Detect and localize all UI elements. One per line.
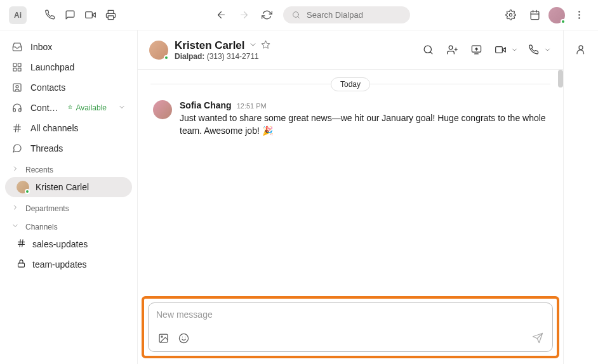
svg-rect-4 (531, 11, 539, 20)
video-call-icon[interactable] (491, 41, 510, 60)
video-icon[interactable] (80, 5, 100, 25)
channel-name: team-updates (32, 259, 87, 270)
departments-header[interactable]: Departments (5, 197, 132, 216)
chevron-down-icon (11, 222, 20, 231)
sidebar-item-inbox[interactable]: Inbox (5, 37, 132, 57)
sidebar-item-status[interactable]: Cont… Available (5, 98, 132, 118)
emoji-icon[interactable] (176, 331, 190, 345)
search-in-conversation-icon[interactable] (418, 41, 437, 60)
screen-share-icon[interactable] (467, 41, 486, 60)
svg-point-34 (579, 46, 583, 49)
svg-line-17 (18, 124, 18, 132)
presence-status: Available (67, 103, 107, 112)
more-icon[interactable] (569, 5, 589, 25)
svg-rect-0 (85, 12, 92, 18)
search-input[interactable] (283, 6, 410, 23)
launchpad-icon (11, 62, 23, 73)
sidebar-label: Threads (30, 143, 63, 153)
profile-panel-icon[interactable] (571, 39, 591, 60)
svg-point-24 (449, 46, 453, 49)
mini-avatar (17, 181, 29, 193)
recents-header[interactable]: Recents (5, 159, 132, 177)
chevron-right-icon (11, 165, 20, 174)
chevron-down-icon[interactable] (249, 41, 257, 51)
svg-line-21 (22, 240, 23, 247)
star-icon[interactable] (261, 40, 270, 51)
composer-highlight: New message (142, 296, 559, 358)
svg-point-31 (179, 334, 188, 342)
channel-item[interactable]: sales-updates (5, 234, 132, 254)
svg-point-7 (578, 18, 579, 18)
svg-rect-9 (18, 63, 21, 67)
svg-line-16 (15, 124, 16, 132)
message: Sofia Chang 12:51 PM Just wanted to shar… (138, 98, 563, 140)
channel-item[interactable]: team-updates (5, 254, 132, 275)
settings-icon[interactable] (500, 5, 521, 25)
lock-icon (17, 259, 26, 270)
recent-contact[interactable]: Kristen Carlel (5, 177, 132, 197)
threads-icon (11, 143, 23, 154)
svg-rect-8 (13, 63, 17, 67)
send-icon[interactable] (531, 331, 545, 345)
inbox-icon (11, 41, 23, 53)
chevron-right-icon (11, 204, 20, 213)
calendar-icon[interactable] (524, 5, 545, 25)
date-divider: Today (150, 79, 550, 89)
message-text: Just wanted to share some great news—we … (180, 112, 548, 138)
messages-icon[interactable] (60, 5, 80, 25)
sidebar-item-threads[interactable]: Threads (5, 138, 132, 159)
call-icon[interactable] (524, 41, 543, 60)
svg-point-30 (161, 335, 162, 337)
headset-icon (11, 102, 23, 114)
sidebar-item-contacts[interactable]: Contacts (5, 77, 132, 98)
sidebar-item-all-channels[interactable]: All channels (5, 118, 132, 138)
svg-rect-22 (18, 263, 25, 267)
svg-line-20 (20, 240, 20, 247)
sidebar-label: Contacts (30, 82, 65, 93)
add-person-icon[interactable] (442, 41, 462, 60)
channel-name: sales-updates (32, 239, 88, 249)
chevron-down-icon[interactable] (510, 45, 519, 55)
svg-rect-11 (18, 68, 21, 71)
channels-header[interactable]: Channels (5, 216, 132, 234)
contacts-icon (11, 82, 23, 93)
contact-avatar[interactable] (149, 41, 168, 60)
svg-rect-28 (495, 47, 502, 53)
print-icon[interactable] (100, 5, 121, 25)
contact-name: Kristen Carlel (175, 39, 245, 52)
svg-rect-12 (13, 84, 21, 91)
sidebar-label: All channels (30, 123, 79, 133)
refresh-icon[interactable] (256, 5, 277, 25)
contact-phone: Dialpad: (313) 314-2711 (175, 52, 270, 61)
nav-forward-icon[interactable] (234, 5, 254, 25)
message-time: 12:51 PM (237, 102, 267, 110)
phone-icon[interactable] (39, 5, 60, 25)
svg-point-5 (578, 11, 579, 12)
chevron-down-icon (118, 103, 126, 113)
message-author: Sofia Chang (180, 100, 232, 110)
sidebar-label: Inbox (30, 42, 52, 52)
svg-rect-1 (108, 16, 114, 20)
search-icon (292, 10, 300, 20)
recent-name: Kristen Carlel (36, 182, 89, 192)
svg-point-13 (16, 86, 18, 88)
scrollbar[interactable] (558, 70, 563, 88)
app-logo[interactable]: Ai (9, 6, 27, 24)
user-avatar[interactable] (548, 7, 565, 23)
svg-rect-10 (13, 68, 17, 71)
attach-image-icon[interactable] (156, 331, 170, 345)
hash-icon (17, 238, 26, 250)
sidebar-label: Cont… (30, 103, 58, 113)
sidebar-label: Launchpad (30, 62, 74, 72)
message-composer[interactable]: New message (148, 302, 553, 352)
composer-input[interactable]: New message (156, 309, 545, 322)
chevron-down-icon[interactable] (543, 45, 552, 55)
hash-icon (11, 122, 23, 134)
svg-point-6 (578, 15, 579, 15)
message-avatar[interactable] (153, 100, 172, 119)
sidebar-item-launchpad[interactable]: Launchpad (5, 57, 132, 77)
nav-back-icon[interactable] (211, 5, 231, 25)
svg-point-3 (509, 13, 512, 16)
